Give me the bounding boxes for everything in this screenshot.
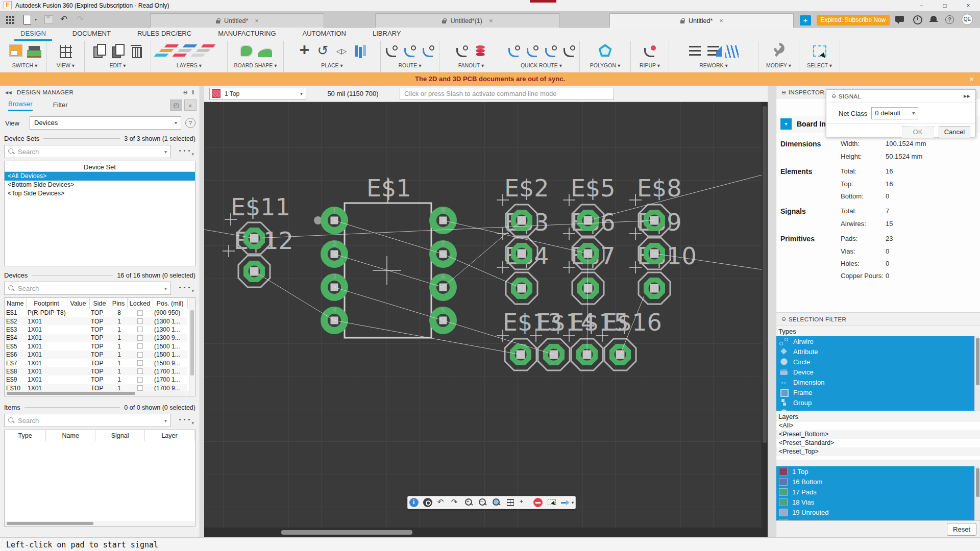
layer-row[interactable]: 18 Vias <box>776 497 980 507</box>
hide-selection-filter-icon[interactable]: ⊖ <box>781 316 787 322</box>
device-row[interactable]: E$51X01TOP1(1500 1... <box>5 342 194 350</box>
devices-column-pos-mil-[interactable]: Pos. (mil) <box>153 298 187 309</box>
toolbar-label-select[interactable]: SELECT ▾ <box>807 62 832 68</box>
ok-button[interactable]: OK <box>902 126 934 138</box>
type-filter-device[interactable]: Device <box>776 367 980 377</box>
select-mode-button[interactable]: ◰ <box>170 99 182 111</box>
switch-chip-icon[interactable] <box>26 42 43 61</box>
search-history-caret-icon[interactable]: ▾ <box>164 286 167 291</box>
type-filter-airwire[interactable]: Airwire <box>776 336 980 346</box>
rework-length-icon[interactable] <box>705 42 722 61</box>
devices-column-name[interactable]: Nameˆ <box>5 298 26 309</box>
edit-delete-icon[interactable] <box>128 42 145 61</box>
save-icon[interactable] <box>44 15 54 24</box>
edit-copy-icon[interactable] <box>91 42 108 61</box>
device-sets-menu-button[interactable]: • • • <box>174 145 195 158</box>
layer-preset-row[interactable]: <All> <box>776 421 980 430</box>
hide-panel-icon[interactable]: ⊖ <box>183 89 188 96</box>
edit-paste-icon[interactable] <box>109 42 127 61</box>
devices-table-hscrollbar[interactable] <box>5 391 189 396</box>
devices-search-input[interactable]: Search ▾ <box>4 282 171 295</box>
view-help-icon[interactable]: ? <box>185 118 195 128</box>
info-icon[interactable]: i <box>409 498 419 507</box>
place-move-icon[interactable] <box>296 42 313 61</box>
toolbar-label-quick-route[interactable]: QUICK ROUTE ▾ <box>521 62 562 68</box>
pcb-drawing[interactable]: E$11E$12E$1E$2E$5E$8E$3E$6E$9E$4E$7E$10E… <box>204 102 768 528</box>
zoom-out-icon[interactable]: – <box>478 498 487 507</box>
job-status-icon[interactable] <box>913 15 923 24</box>
ripup-icon[interactable] <box>641 42 658 61</box>
items-column-type[interactable]: Typeˆ <box>5 430 46 441</box>
layers-mid-icon[interactable] <box>181 42 198 61</box>
undo-icon[interactable]: ↶ <box>60 15 70 24</box>
device-row[interactable]: E$61X01TOP1(1500 1... <box>5 350 194 359</box>
airwire[interactable] <box>334 254 443 287</box>
locked-checkbox[interactable] <box>137 318 143 324</box>
switch-board-icon[interactable] <box>7 42 24 61</box>
collapse-panel-icon[interactable]: ◀◀ <box>5 90 12 95</box>
search-history-caret-icon[interactable]: ▾ <box>164 418 167 423</box>
canvas-vscrollbar[interactable] <box>762 102 768 537</box>
left-splitter[interactable] <box>200 86 204 537</box>
types-vscrollbar[interactable] <box>974 336 980 411</box>
route-manual-icon[interactable] <box>383 42 400 61</box>
search-history-caret-icon[interactable]: ▾ <box>164 149 167 155</box>
items-column-layer[interactable]: Layer <box>145 430 194 441</box>
type-filter-circle[interactable]: Circle <box>776 357 980 367</box>
items-search-input[interactable]: Search ▾ <box>4 414 171 427</box>
toolbar-label-route[interactable]: ROUTE ▾ <box>399 62 422 68</box>
items-menu-button[interactable]: • • • <box>174 414 195 427</box>
close-button[interactable]: × <box>957 0 980 11</box>
board-spline-icon[interactable] <box>256 42 274 61</box>
locked-checkbox[interactable] <box>137 352 143 358</box>
devices-column-side[interactable]: Side <box>89 298 110 309</box>
locked-checkbox[interactable] <box>137 360 143 366</box>
quickroute-single-icon[interactable] <box>505 42 523 61</box>
devices-table-vscrollbar[interactable] <box>189 298 195 396</box>
toolbar-label-ripup[interactable]: RIPUP ▾ <box>640 62 660 68</box>
fanout-stack-icon[interactable] <box>472 42 489 61</box>
type-filter-dimension[interactable]: Dimension <box>776 377 980 387</box>
items-column-name[interactable]: Name <box>46 430 95 441</box>
subscribe-button[interactable]: Expired: Subscribe Now <box>817 15 890 26</box>
route-multi-icon[interactable] <box>420 42 437 61</box>
stop-icon[interactable] <box>533 498 543 507</box>
undo-icon[interactable] <box>437 498 446 507</box>
type-filter-attribute[interactable]: Attribute <box>776 346 980 357</box>
menu-manufacturing[interactable]: MANUFACTURING <box>205 28 289 41</box>
file-menu-caret-icon[interactable]: ▾ <box>35 17 37 22</box>
layer-row[interactable]: 1 Top <box>776 466 980 477</box>
locked-checkbox[interactable] <box>137 310 143 316</box>
toolbar-label-view[interactable]: VIEW ▾ <box>57 62 75 68</box>
locked-checkbox[interactable] <box>137 377 143 383</box>
toolbar-label-modify[interactable]: MODIFY ▾ <box>766 62 791 68</box>
route-walk-icon[interactable] <box>401 42 419 61</box>
tab-close-icon[interactable]: × <box>719 17 723 24</box>
items-column-signal[interactable]: Signal <box>95 430 145 441</box>
crosshair-icon[interactable]: + <box>520 498 529 507</box>
airwire[interactable] <box>254 271 334 320</box>
tab-close-icon[interactable]: × <box>255 17 259 24</box>
device-row[interactable]: E$91X01TOP1(1700 1... <box>5 375 194 384</box>
pin-panel-icon[interactable]: ‖ <box>192 89 194 95</box>
toolbar-label-board-shape[interactable]: BOARD SHAPE ▾ <box>234 62 277 68</box>
airwire[interactable] <box>334 220 443 254</box>
dm-tab-filter[interactable]: Filter <box>53 101 68 111</box>
zoom-fit-icon[interactable] <box>492 498 501 507</box>
locked-checkbox[interactable] <box>137 335 143 341</box>
menu-rules-drc-erc[interactable]: RULES DRC/ERC <box>124 28 205 41</box>
zoom-select-button[interactable]: ⌕ <box>184 99 197 111</box>
grid-icon[interactable] <box>506 498 515 507</box>
menu-automation[interactable]: AUTOMATION <box>289 28 359 41</box>
right-splitter[interactable] <box>768 86 776 537</box>
rework-meander-icon[interactable] <box>723 42 741 61</box>
layer-preset-row[interactable]: <Preset_Standard> <box>776 439 980 447</box>
device-row[interactable]: E$21X01TOP1(1300 1... <box>5 317 194 325</box>
tab-close-icon[interactable]: × <box>489 17 493 24</box>
menu-document[interactable]: DOCUMENT <box>59 28 124 41</box>
minimize-button[interactable]: – <box>910 0 933 11</box>
layers-vscrollbar[interactable] <box>974 466 980 521</box>
airwire[interactable] <box>334 287 443 320</box>
device-row[interactable]: E$31X01TOP1(1300 1... <box>5 325 194 334</box>
toolbar-label-edit[interactable]: EDIT ▾ <box>110 62 126 68</box>
